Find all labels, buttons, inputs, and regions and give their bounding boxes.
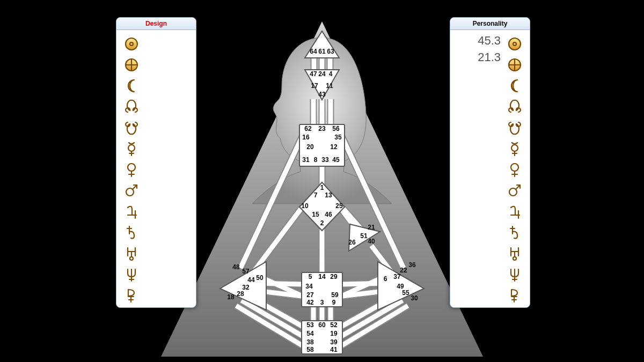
gate-43: 43 <box>318 91 326 98</box>
uranus-icon <box>504 242 525 263</box>
design-panel: Design <box>116 17 196 308</box>
svg-point-59 <box>126 38 137 50</box>
earth-icon <box>121 54 142 75</box>
gate-26: 26 <box>348 239 356 246</box>
uranus-icon <box>121 242 142 263</box>
svg-point-78 <box>130 257 133 260</box>
sun-icon <box>121 33 142 54</box>
gate-60: 60 <box>318 321 326 329</box>
design-header: Design <box>116 18 196 30</box>
gate-28: 28 <box>237 290 244 298</box>
svg-line-43 <box>252 206 303 274</box>
gate-1: 1 <box>320 184 324 191</box>
gate-23: 23 <box>318 125 326 132</box>
gate-51: 51 <box>360 232 368 240</box>
gate-16: 16 <box>302 134 310 141</box>
gate-17: 17 <box>311 82 318 90</box>
gate-29: 29 <box>330 273 338 280</box>
gate-36: 36 <box>408 261 416 269</box>
gate-3: 3 <box>320 299 324 306</box>
gate-46: 46 <box>325 211 332 218</box>
neptune-icon <box>121 263 142 284</box>
gate-34: 34 <box>305 283 313 290</box>
gate-12: 12 <box>330 143 338 151</box>
gate-14: 14 <box>318 273 326 280</box>
venus-icon <box>121 159 142 180</box>
svg-line-71 <box>133 185 137 189</box>
gate-37: 37 <box>393 273 401 280</box>
gate-41: 41 <box>330 346 338 353</box>
svg-point-67 <box>128 164 135 171</box>
svg-point-79 <box>509 38 521 50</box>
svg-point-84 <box>511 145 518 151</box>
gate-24: 24 <box>318 70 326 78</box>
mars-icon <box>504 180 525 201</box>
personality-header: Personality <box>450 18 530 30</box>
gate-31: 31 <box>302 156 310 164</box>
gate-2: 2 <box>320 219 324 227</box>
svg-point-64 <box>128 145 135 151</box>
gate-19: 19 <box>330 330 338 337</box>
sun-icon <box>504 33 525 54</box>
gate-13: 13 <box>325 191 332 199</box>
svg-line-91 <box>516 185 520 189</box>
svg-point-98 <box>513 257 516 260</box>
gate-56: 56 <box>332 125 340 132</box>
gate-30: 30 <box>411 294 418 302</box>
gate-53: 53 <box>306 321 314 329</box>
chart-stage: 6461634724417114362235616352012318334517… <box>0 0 644 362</box>
moon-icon <box>121 75 142 96</box>
personality-planet-column <box>504 30 525 305</box>
gate-5: 5 <box>309 273 312 280</box>
gate-35: 35 <box>334 134 342 141</box>
gate-55: 55 <box>402 289 409 297</box>
gate-21: 21 <box>368 224 375 231</box>
gate-6: 6 <box>384 275 387 283</box>
personality-values: 45.321.3 <box>458 33 501 66</box>
gate-38: 38 <box>306 338 314 346</box>
gate-64: 64 <box>310 48 317 55</box>
gate-44: 44 <box>247 276 255 284</box>
design-planet-column <box>121 30 142 305</box>
gate-48: 48 <box>232 263 240 271</box>
gate-39: 39 <box>330 338 338 346</box>
gate-52: 52 <box>330 321 338 329</box>
gate-57: 57 <box>242 268 250 275</box>
gate-45: 45 <box>332 156 340 164</box>
south-node-icon <box>504 117 525 138</box>
personality-value: 45.3 <box>458 33 501 49</box>
jupiter-icon <box>504 201 525 221</box>
gate-61: 61 <box>318 48 326 55</box>
gate-4: 4 <box>329 70 333 78</box>
gate-58: 58 <box>306 346 314 353</box>
gate-10: 10 <box>301 202 309 210</box>
personality-panel: Personality 45.321.3 <box>450 17 530 308</box>
gate-33: 33 <box>321 156 329 164</box>
gate-8: 8 <box>314 156 318 164</box>
gate-59: 59 <box>331 291 339 299</box>
gate-15: 15 <box>312 211 319 218</box>
saturn-icon <box>504 221 525 242</box>
gate-62: 62 <box>304 125 312 132</box>
gate-20: 20 <box>306 143 314 151</box>
gate-54: 54 <box>306 330 314 337</box>
saturn-icon <box>121 221 142 242</box>
gate-63: 63 <box>327 48 334 55</box>
mars-icon <box>121 180 142 201</box>
gate-9: 9 <box>332 299 336 306</box>
south-node-icon <box>121 117 142 138</box>
gate-47: 47 <box>310 70 317 78</box>
mercury-icon <box>121 138 142 159</box>
personality-value: 21.3 <box>458 49 501 66</box>
moon-icon <box>504 75 525 96</box>
gate-22: 22 <box>400 267 407 274</box>
venus-icon <box>504 159 525 180</box>
bodygraph: 6461634724417114362235616352012318334517… <box>161 16 483 358</box>
mercury-icon <box>504 138 525 159</box>
neptune-icon <box>504 263 525 284</box>
jupiter-icon <box>121 201 142 221</box>
gate-42: 42 <box>306 299 314 306</box>
gate-18: 18 <box>227 293 235 301</box>
north-node-icon <box>504 96 525 117</box>
pluto-icon <box>504 284 525 305</box>
